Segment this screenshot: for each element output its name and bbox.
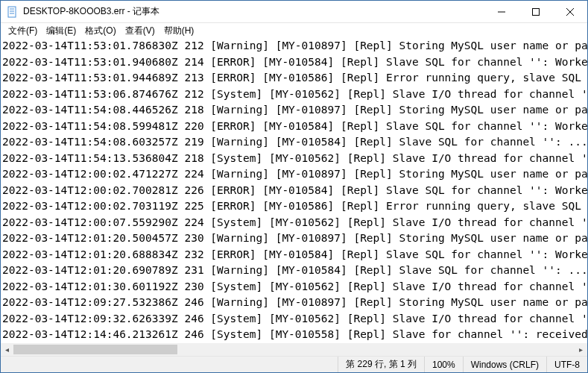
log-line[interactable]: 2022-03-14T12:01:20.688834Z 232 [ERROR] … — [2, 247, 586, 263]
svg-rect-0 — [8, 7, 16, 17]
scroll-right-arrow-icon[interactable]: ▸ — [575, 343, 587, 356]
scrollbar-track[interactable] — [13, 343, 575, 356]
maximize-icon — [532, 8, 540, 16]
log-line[interactable]: 2022-03-14T11:53:01.940680Z 214 [ERROR] … — [2, 54, 586, 71]
log-line[interactable]: 2022-03-14T11:54:08.446526Z 218 [Warning… — [2, 102, 586, 119]
log-line[interactable]: 2022-03-14T12:14:46.213261Z 246 [System]… — [2, 327, 586, 343]
status-bar: 第 229 行, 第 1 列 100% Windows (CRLF) UTF-8 — [1, 356, 587, 372]
title-bar[interactable]: DESKTOP-8KOOOB3.err - 记事本 — [1, 1, 587, 23]
menu-bar: 文件(F) 编辑(E) 格式(O) 查看(V) 帮助(H) — [1, 23, 587, 38]
log-line[interactable]: 2022-03-14T12:00:02.703119Z 225 [ERROR] … — [2, 198, 586, 215]
menu-edit[interactable]: 编辑(E) — [42, 23, 80, 39]
log-line[interactable]: 2022-03-14T12:00:02.700281Z 226 [ERROR] … — [2, 183, 586, 199]
log-line[interactable]: 2022-03-14T12:09:27.532386Z 246 [Warning… — [2, 295, 586, 311]
log-line[interactable]: 2022-03-14T11:54:13.536804Z 218 [System]… — [2, 151, 586, 167]
log-line[interactable]: 2022-03-14T12:01:20.500457Z 230 [Warning… — [2, 231, 586, 247]
scrollbar-thumb[interactable] — [13, 345, 177, 354]
status-line-ending: Windows (CRLF) — [463, 357, 546, 372]
close-icon — [566, 8, 574, 16]
notepad-icon — [7, 6, 19, 18]
log-line[interactable]: 2022-03-14T11:53:06.874676Z 212 [System]… — [2, 87, 586, 103]
close-button[interactable] — [553, 1, 587, 23]
log-line[interactable]: 2022-03-14T11:54:08.603257Z 219 [Warning… — [2, 134, 586, 151]
minimize-button[interactable] — [484, 1, 519, 23]
log-line[interactable]: 2022-03-14T12:00:02.471227Z 224 [Warning… — [2, 166, 586, 183]
text-content[interactable]: 2022-03-14T11:53:01.786830Z 212 [Warning… — [1, 38, 587, 343]
log-line[interactable]: 2022-03-14T11:54:08.599481Z 220 [ERROR] … — [2, 119, 586, 135]
menu-format[interactable]: 格式(O) — [80, 23, 120, 39]
notepad-window: DESKTOP-8KOOOB3.err - 记事本 文件(F) 编辑(E) 格式… — [0, 0, 588, 373]
window-title: DESKTOP-8KOOOB3.err - 记事本 — [23, 5, 484, 18]
log-line[interactable]: 2022-03-14T12:01:20.690789Z 231 [Warning… — [2, 263, 586, 279]
scroll-left-arrow-icon[interactable]: ◂ — [1, 343, 13, 356]
minimize-icon — [498, 8, 505, 16]
status-encoding: UTF-8 — [546, 357, 587, 372]
status-zoom: 100% — [424, 357, 463, 372]
horizontal-scrollbar[interactable]: ◂ ▸ — [1, 343, 587, 356]
editor-area[interactable]: 2022-03-14T11:53:01.786830Z 212 [Warning… — [1, 38, 587, 356]
log-line[interactable]: 2022-03-14T11:53:01.944689Z 213 [ERROR] … — [2, 70, 586, 87]
status-position: 第 229 行, 第 1 列 — [338, 357, 424, 372]
maximize-button[interactable] — [519, 1, 553, 23]
menu-help[interactable]: 帮助(H) — [159, 23, 199, 39]
log-line[interactable]: 2022-03-14T11:53:01.786830Z 212 [Warning… — [2, 38, 586, 54]
log-line[interactable]: 2022-03-14T12:00:07.559290Z 224 [System]… — [2, 215, 586, 231]
log-line[interactable]: 2022-03-14T12:09:32.626339Z 246 [System]… — [2, 311, 586, 327]
svg-rect-5 — [533, 8, 540, 15]
log-line[interactable]: 2022-03-14T12:01:30.601192Z 230 [System]… — [2, 279, 586, 295]
menu-file[interactable]: 文件(F) — [4, 23, 42, 39]
menu-view[interactable]: 查看(V) — [121, 23, 159, 39]
